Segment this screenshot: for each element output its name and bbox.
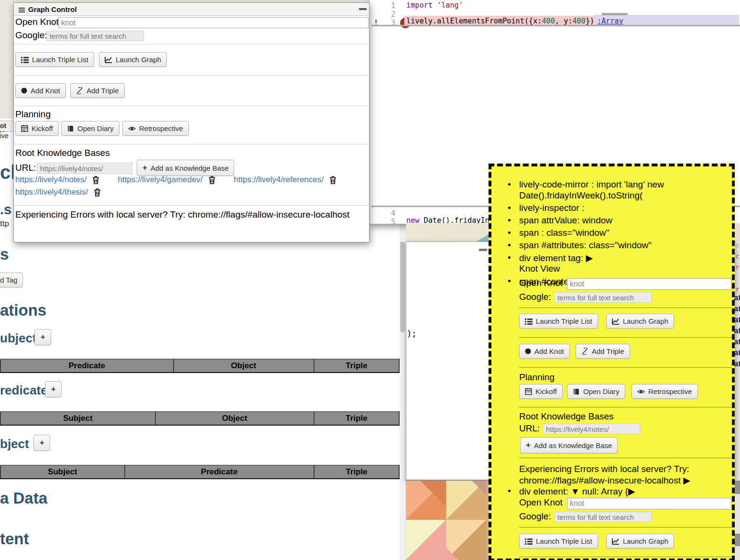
code-text-fragment: c [736,242,740,249]
add-subject-button[interactable]: + [34,329,51,345]
local-server-error-line1: Experiencing Errors with local server? T… [519,464,689,474]
code-text-fragment: r [736,264,740,271]
page-scrollbar-thumb[interactable] [400,242,405,332]
text-fragment: at [734,359,740,369]
add-tag-button[interactable]: d Tag [0,273,23,287]
book-icon [573,388,580,395]
open-knot-input[interactable] [58,17,369,28]
launch-graph-button[interactable]: Launch Graph [606,314,674,329]
scrollbar-fragment[interactable] [735,481,740,494]
triples-table-1: PredicateObjectTriple [0,359,400,373]
heading-fragment-bject: bject [0,437,29,451]
scrollbar-fragment[interactable] [735,534,740,546]
plus-icon: + [526,440,531,450]
launch-graph-button[interactable]: Launch Graph [99,52,167,67]
code-line-3[interactable]: lively.allElementsFromPoint({x:400, y:40… [406,17,594,25]
result-annotation-link[interactable]: :Array [597,17,623,25]
root-knowledge-bases-heading: Root Knowledge Bases [15,148,110,158]
inspection-bullet-line[interactable]: span : class="window" [519,228,609,238]
window-titlebar[interactable]: Graph Control [14,3,369,16]
launch-graph-button[interactable]: Launch Graph [606,534,674,549]
google-search-input[interactable] [554,512,652,522]
add-knot-button[interactable]: Add Knot [519,344,570,359]
inspection-bullet-line[interactable]: span #attributes: class="window" [519,240,652,251]
knowledge-base-list: https://lively4/notes/https://lively4/ga… [15,175,369,200]
trash-icon[interactable] [92,176,99,184]
divider [519,557,732,557]
triples-table-2: SubjectObjectTriple [0,411,400,426]
open-diary-button[interactable]: Open Diary [61,121,120,136]
add-knowledge-base-button[interactable]: + Add as Knowledge Base [520,437,618,453]
add-object-button[interactable]: + [33,435,50,451]
calendar-icon [525,388,532,395]
knowledge-base-link[interactable]: https://lively4/notes/ [15,175,87,185]
retrospective-button[interactable]: Retrospective [122,121,189,136]
trash-icon[interactable] [208,176,216,184]
menu-icon[interactable] [19,7,25,13]
line-number: 2 [376,10,395,19]
trash-icon[interactable] [329,176,337,184]
table-column-header: Triple [314,412,399,425]
add-knot-button[interactable]: Add Knot [15,83,66,98]
add-predicate-button[interactable]: + [45,381,62,397]
google-label: Google: [519,292,551,302]
open-diary-button[interactable]: Open Diary [567,384,625,399]
planning-heading: Planning [519,372,555,383]
inspection-bullet-line[interactable]: span attrValue: window [519,215,612,226]
knowledge-base-link[interactable]: https://lively4/references/ [234,175,324,185]
url-input[interactable] [543,424,640,434]
minimize-icon[interactable] [479,249,487,251]
knowledge-base-link[interactable]: https://lively4/thesis/ [15,187,88,197]
inspection-bullet-line[interactable]: lively-inspector : [519,203,584,213]
divider [519,337,732,338]
knowledge-base-link[interactable]: https://lively4/gamedev/ [118,175,203,185]
div-element-bullet[interactable]: div element: ▼ null: Array {▶ [519,486,635,497]
minimize-icon[interactable] [359,8,367,10]
kickoff-button[interactable]: Kickoff [15,121,59,136]
heading-fragment-a-data: a Data [0,489,47,507]
chart-icon [612,538,620,545]
code-text-fragment: c [736,253,740,260]
code-line-1[interactable]: import 'lang' [406,1,463,10]
heading-fragment-s2: s [0,245,9,264]
local-server-error-hint: Experiencing Errors with local server? T… [15,209,349,220]
inspection-bullet-line[interactable]: div element tag: ▶ [519,253,593,264]
eye-icon [128,126,136,132]
heading-fragment-tent: tent [0,530,29,548]
google-search-input[interactable] [46,31,144,41]
google-search-input[interactable] [554,292,652,303]
chart-icon [105,56,112,63]
open-knot-label: Open Knot [519,278,563,288]
background-window-title-fragment: ot V [0,121,15,132]
open-knot-input[interactable] [567,498,731,509]
list-icon [525,538,533,545]
add-triple-button[interactable]: Add Triple [70,83,125,98]
chart-icon [612,318,620,325]
launch-triple-list-button[interactable]: Launch Triple List [519,534,598,549]
graph-control-window[interactable]: Graph Control Open Knot Google: Launch T… [13,2,370,242]
launch-triple-list-button[interactable]: Launch Triple List [519,314,598,329]
root-knowledge-bases-heading: Root Knowledge Bases [519,411,614,422]
code-text-fragment: r [736,285,740,293]
open-knot-input[interactable] [567,278,731,290]
url-label: URL: [15,163,36,173]
add-knowledge-base-button[interactable]: + Add as Knowledge Base [137,160,234,176]
book-icon [67,125,74,132]
bullet-dot: • [508,276,511,286]
divider [519,527,732,527]
inspection-bullet-line[interactable]: lively-code-mirror : import 'lang' new [519,179,664,190]
inspection-bullet-line[interactable]: Knot View [519,264,560,274]
add-triple-button[interactable]: Add Triple [576,344,630,359]
url-input[interactable] [37,163,132,174]
table-column-header: Predicate [0,359,174,373]
launch-triple-list-button[interactable]: Launch Triple List [15,52,94,67]
knowledge-base-item: https://lively4/references/ [234,175,337,185]
trash-icon[interactable] [94,188,101,197]
inspection-bullet-line[interactable]: Date().fridayInWeek().toString( [519,190,642,201]
knowledge-base-item: https://lively4/thesis/ [15,187,101,197]
retrospective-button[interactable]: Retrospective [631,384,698,399]
kickoff-button[interactable]: Kickoff [519,384,563,399]
text-fragment: at [734,348,740,358]
bullet-dot: • [508,203,511,213]
heading-fragment-s: .s [0,202,11,218]
